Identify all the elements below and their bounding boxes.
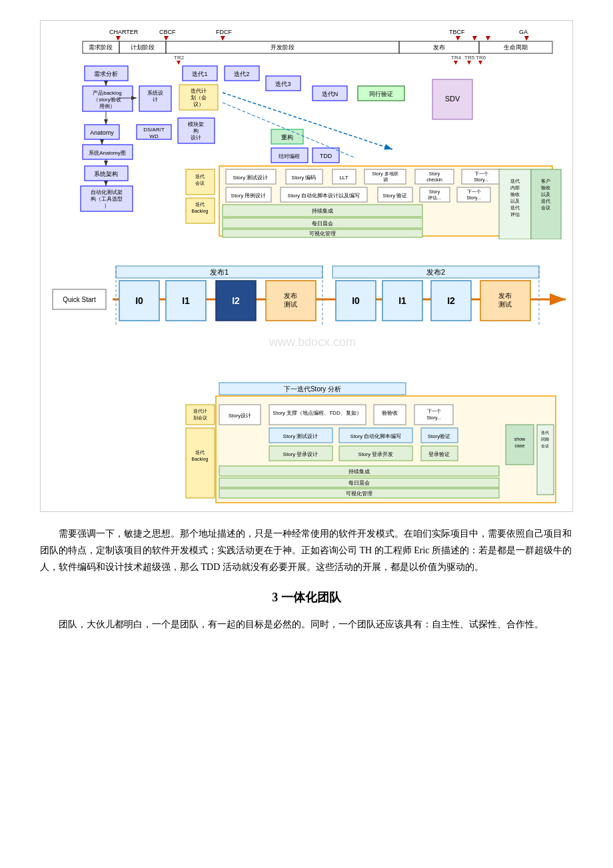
svg-text:验收: 验收 [541,185,550,190]
svg-text:系统架构: 系统架构 [94,171,118,177]
svg-text:Story 测试设计: Story 测试设计 [233,175,269,181]
svg-text:WD: WD [149,133,159,139]
svg-marker-12 [472,36,477,41]
svg-text:）: ） [104,203,109,209]
svg-text:迭代: 迭代 [195,174,205,179]
svg-text:会议: 会议 [541,443,549,448]
svg-text:系统设: 系统设 [147,90,163,96]
svg-text:show: show [514,437,526,441]
svg-text:发布: 发布 [433,44,445,51]
svg-text:Anatomy: Anatomy [90,129,114,136]
svg-text:迭代: 迭代 [510,179,520,183]
svg-text:I1: I1 [398,295,406,306]
svg-text:发布: 发布 [498,292,512,299]
svg-text:会议: 会议 [195,181,205,186]
svg-text:LLT: LLT [339,175,348,181]
svg-marker-9 [164,36,169,41]
svg-text:Story...: Story... [466,195,481,201]
svg-marker-10 [221,36,225,41]
svg-marker-30 [467,61,471,65]
svg-text:TR6: TR6 [476,55,486,61]
svg-text:自动化测试架: 自动化测试架 [91,189,123,195]
svg-text:迭代3: 迭代3 [275,81,291,87]
svg-rect-184 [414,405,453,425]
svg-text:Story 测试设计: Story 测试设计 [283,433,318,439]
svg-marker-14 [524,36,529,41]
svg-text:CBCF: CBCF [159,29,176,35]
svg-text:I1: I1 [182,295,190,306]
svg-text:Story 自动化脚本设计以及编写: Story 自动化脚本设计以及编写 [288,193,360,199]
svg-text:Story 支撑（地点编程、TDD、复如）: Story 支撑（地点编程、TDD、复如） [273,410,361,416]
svg-text:可视化管理: 可视化管理 [309,231,336,237]
svg-marker-32 [478,61,482,65]
svg-marker-13 [486,36,490,41]
svg-text:TR2: TR2 [174,55,185,61]
svg-text:GA: GA [519,29,528,35]
svg-text:Story 自动化脚本编写: Story 自动化脚本编写 [350,433,402,439]
svg-text:I0: I0 [352,295,360,306]
svg-line-134 [223,93,392,149]
svg-text:发布: 发布 [284,292,297,299]
svg-text:Story 多地联: Story 多地联 [372,171,398,177]
paragraph-2: 团队，大伙儿都明白，一个是团队，有一起的目标是必然的。同时，一个团队还应该具有：… [40,616,573,633]
svg-text:下一个: 下一个 [427,409,441,413]
svg-marker-8 [116,36,121,41]
svg-text:迭代: 迭代 [541,431,549,435]
svg-text:Story: Story [429,171,440,177]
svg-text:Story: Story [429,189,440,195]
svg-text:checkin: checkin [426,177,442,182]
svg-text:SDV: SDV [445,95,460,103]
svg-text:划会议: 划会议 [193,415,207,421]
svg-text:持续集成: 持续集成 [348,469,370,475]
svg-text:评估...: 评估... [428,195,441,200]
svg-text:下一个: 下一个 [467,189,481,194]
svg-text:计: 计 [153,97,158,103]
svg-text:www.bdocx.com: www.bdocx.com [269,335,356,349]
svg-text:需求分析: 需求分析 [94,71,118,77]
svg-text:调: 调 [383,177,388,182]
svg-marker-26 [177,61,181,65]
svg-text:FDCF: FDCF [216,29,232,35]
svg-text:Story 用例设计: Story 用例设计 [231,193,267,199]
svg-text:Story 登录设计: Story 登录设计 [283,451,318,457]
svg-text:生命周期: 生命周期 [504,44,528,51]
svg-text:每日晨会: 每日晨会 [348,480,370,486]
svg-text:计划阶段: 计划阶段 [131,44,155,51]
svg-text:会议: 会议 [541,205,550,211]
svg-text:迭代1: 迭代1 [192,71,207,77]
svg-text:Story设计: Story设计 [229,413,252,419]
svg-text:迭代: 迭代 [195,202,205,207]
svg-text:内部: 内部 [510,185,520,190]
page-container: CHARTER CBCF FDCF TBCF GA 需求阶段 计划阶段 [0,0,613,661]
svg-text:迭代: 迭代 [510,205,520,210]
svg-text:评估: 评估 [510,212,520,217]
diagram3: 下一迭代Story 分析 迭代计 划会议 Story设计 Story 支撑（地点… [46,379,567,506]
svg-text:持续集成: 持续集成 [312,208,333,214]
svg-text:TBCF: TBCF [449,29,465,35]
svg-text:Backlog: Backlog [192,209,209,214]
svg-text:迭代计: 迭代计 [191,88,207,94]
svg-marker-28 [454,61,458,65]
svg-text:客户: 客户 [541,179,550,183]
svg-text:验验收: 验验收 [382,410,398,416]
svg-text:Story...: Story... [426,415,441,421]
svg-text:需求阶段: 需求阶段 [89,44,113,51]
svg-text:可视化管理: 可视化管理 [346,491,372,497]
svg-text:模块架: 模块架 [188,121,204,127]
svg-text:重构: 重构 [281,134,293,141]
svg-text:发布2: 发布2 [426,268,445,276]
svg-text:I2: I2 [232,295,240,306]
svg-text:下一迭代Story 分析: 下一迭代Story 分析 [284,385,341,393]
svg-text:Story 登录开发: Story 登录开发 [358,451,394,457]
svg-text:TDD: TDD [320,153,332,159]
svg-text:下一个: 下一个 [474,171,488,176]
diagram2: Quick Start 发布1 发布2 I0 I1 I2 [46,239,567,373]
svg-text:Story 编码: Story 编码 [292,175,316,181]
svg-text:Story...: Story... [474,177,488,183]
svg-text:迭代计: 迭代计 [193,409,207,413]
svg-text:产品backlog: 产品backlog [93,90,122,96]
svg-rect-190 [537,425,554,495]
svg-text:构: 构 [193,128,199,134]
svg-rect-175 [186,405,215,425]
svg-text:验收: 验收 [510,192,520,197]
